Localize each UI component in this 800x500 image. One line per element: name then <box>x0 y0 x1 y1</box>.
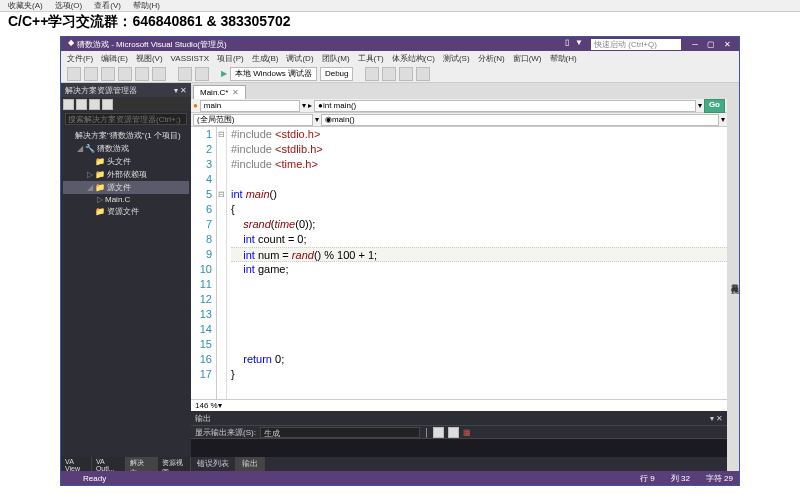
browser-menu-item[interactable]: 选项(O) <box>55 0 83 11</box>
window-title: 猜数游戏 - Microsoft Visual Studio(管理员) <box>77 39 227 50</box>
tab-close-icon[interactable]: ✕ <box>232 88 239 97</box>
out-btn-1[interactable] <box>433 427 444 438</box>
solution-explorer: 解决方案资源管理器 ▾ ✕ 解决方案"猜数游戏"(1 个项目) ◢🔧 猜数游戏 … <box>61 83 191 471</box>
go-button[interactable]: Go <box>704 99 725 113</box>
tree-project[interactable]: ◢🔧 猜数游戏 <box>63 142 189 155</box>
tab-solution[interactable]: 解决方... <box>126 457 158 471</box>
menu-item[interactable]: 文件(F) <box>67 53 93 64</box>
save-button[interactable] <box>135 67 149 81</box>
nav-fwd-button[interactable] <box>84 67 98 81</box>
nav-back-button[interactable] <box>67 67 81 81</box>
undo-button[interactable] <box>178 67 192 81</box>
code-lines[interactable]: #include <stdio.h>#include <stdlib.h>#in… <box>227 127 727 399</box>
browser-menu-item[interactable]: 查看(V) <box>94 0 121 11</box>
right-side-tabs[interactable]: 工具箱 属性 <box>727 83 739 471</box>
menu-item[interactable]: 分析(N) <box>478 53 505 64</box>
panel-toolbar <box>61 97 191 111</box>
browser-menu-bar: 收藏夹(A)选项(O)查看(V)帮助(H) <box>0 0 800 12</box>
out-close-icon[interactable]: ✕ <box>716 414 723 423</box>
panel-title: 解决方案资源管理器 ▾ ✕ <box>61 83 191 97</box>
menu-item[interactable]: 视图(V) <box>136 53 163 64</box>
tab-output[interactable]: 输出 <box>236 457 265 471</box>
tree-file-main[interactable]: ▷Main.C <box>63 194 189 205</box>
menu-item[interactable]: 调试(D) <box>286 53 313 64</box>
menu-item[interactable]: VASSISTX <box>171 54 210 63</box>
tool-btn-3[interactable] <box>399 67 413 81</box>
code-editor[interactable]: 1234567891011121314151617 ⊟⊟ #include <s… <box>191 127 727 399</box>
out-btn-2[interactable] <box>448 427 459 438</box>
scope-dropdown[interactable]: (全局范围) <box>193 114 313 126</box>
tab-resview[interactable]: 资源视图 <box>158 457 191 471</box>
tab-vaoutl[interactable]: VA Outl... <box>92 457 126 471</box>
output-source-dropdown[interactable]: 生成 <box>260 427 420 438</box>
browser-menu-item[interactable]: 帮助(H) <box>133 0 160 11</box>
play-icon[interactable]: ▶ <box>221 69 227 78</box>
status-col: 列 32 <box>671 473 690 484</box>
refresh-icon[interactable] <box>76 99 87 110</box>
menu-item[interactable]: 编辑(E) <box>101 53 128 64</box>
title-bar[interactable]: ◆ 猜数游戏 - Microsoft Visual Studio(管理员) ▯ … <box>61 37 739 51</box>
new-button[interactable] <box>101 67 115 81</box>
nav-bar-2: (全局范围) ▾ ◉ main() ▾ <box>191 113 727 127</box>
menu-item[interactable]: 团队(M) <box>322 53 350 64</box>
status-bar: Ready 行 9 列 32 字符 29 <box>61 471 739 485</box>
redo-button[interactable] <box>195 67 209 81</box>
vs-logo-icon: ◆ <box>65 38 77 50</box>
tree-folder-res[interactable]: 📁 资源文件 <box>63 205 189 218</box>
editor-tab[interactable]: Main.C* ✕ <box>193 85 246 99</box>
tree-folder-headers[interactable]: 📁 头文件 <box>63 155 189 168</box>
solution-tree[interactable]: 解决方案"猜数游戏"(1 个项目) ◢🔧 猜数游戏 📁 头文件 ▷📁 外部依赖项… <box>61 127 191 220</box>
status-line: 行 9 <box>640 473 655 484</box>
main-menu: 文件(F)编辑(E)视图(V)VASSISTX项目(P)生成(B)调试(D)团队… <box>61 51 739 65</box>
minimize-icon[interactable]: ─ <box>687 40 703 49</box>
out-clear-icon[interactable]: ▦ <box>463 428 471 437</box>
quick-launch-input[interactable]: 快速启动 (Ctrl+Q) <box>591 39 681 50</box>
line-numbers: 1234567891011121314151617 <box>191 127 217 399</box>
status-char: 字符 29 <box>706 473 733 484</box>
close-icon[interactable]: ✕ <box>719 40 735 49</box>
debugger-dropdown[interactable]: 本地 Windows 调试器 <box>230 67 317 81</box>
config-dropdown[interactable]: Debug <box>320 67 354 81</box>
tool-btn-2[interactable] <box>382 67 396 81</box>
props-icon[interactable] <box>102 99 113 110</box>
menu-item[interactable]: 帮助(H) <box>550 53 577 64</box>
nav-right-dropdown[interactable]: ● int main() <box>314 100 696 112</box>
tab-vaview[interactable]: VA View <box>61 457 92 471</box>
maximize-icon[interactable]: ▢ <box>703 40 719 49</box>
sync-icon[interactable] <box>89 99 100 110</box>
nav-left-dropdown[interactable]: main <box>200 100 300 112</box>
menu-item[interactable]: 项目(P) <box>217 53 244 64</box>
panel-close-icon[interactable]: ✕ <box>180 86 187 95</box>
vs-window: ◆ 猜数游戏 - Microsoft Visual Studio(管理员) ▯ … <box>60 36 740 486</box>
zoom-level[interactable]: 146 % ▾ <box>191 399 727 411</box>
home-icon[interactable] <box>63 99 74 110</box>
editor-tabstrip: Main.C* ✕ <box>191 83 727 99</box>
saveall-button[interactable] <box>152 67 166 81</box>
menu-item[interactable]: 工具(T) <box>358 53 384 64</box>
member-dropdown[interactable]: ◉ main() <box>321 114 719 126</box>
menu-item[interactable]: 窗口(W) <box>513 53 542 64</box>
out-pin-icon[interactable]: ▾ <box>710 414 714 423</box>
tree-folder-source[interactable]: ◢📁 源文件 <box>63 181 189 194</box>
filter-icon[interactable]: ▼ <box>573 38 585 50</box>
menu-item[interactable]: 生成(B) <box>252 53 279 64</box>
pin-icon[interactable]: ▾ <box>174 86 178 95</box>
tab-errors[interactable]: 错误列表 <box>191 457 236 471</box>
tool-btn-1[interactable] <box>365 67 379 81</box>
tree-folder-deps[interactable]: ▷📁 外部依赖项 <box>63 168 189 181</box>
tool-btn-4[interactable] <box>416 67 430 81</box>
output-body[interactable] <box>191 439 727 457</box>
tree-solution[interactable]: 解决方案"猜数游戏"(1 个项目) <box>63 129 189 142</box>
toolbar: ▶ 本地 Windows 调试器 Debug <box>61 65 739 83</box>
menu-item[interactable]: 体系结构(C) <box>392 53 435 64</box>
browser-menu-item[interactable]: 收藏夹(A) <box>8 0 43 11</box>
status-ready: Ready <box>83 474 106 483</box>
nav-bar: ● main ▾ ▸ ● int main() ▾ Go <box>191 99 727 113</box>
open-button[interactable] <box>118 67 132 81</box>
menu-item[interactable]: 测试(S) <box>443 53 470 64</box>
solution-search-input[interactable] <box>65 113 187 125</box>
notify-icon[interactable]: ▯ <box>561 38 573 50</box>
banner-text: C/C++学习交流群：646840861 & 383305702 <box>0 12 800 32</box>
sidebar-bottom-tabs: VA View VA Outl... 解决方... 资源视图 <box>61 457 191 471</box>
fold-margin[interactable]: ⊟⊟ <box>217 127 227 399</box>
